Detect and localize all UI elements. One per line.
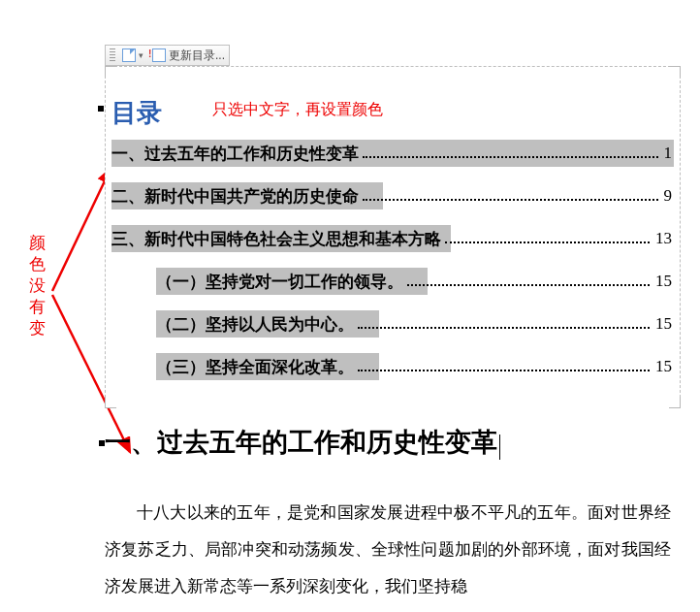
toc-entry-page: 15 <box>653 314 674 334</box>
document-heading-block: 一、过去五年的工作和历史性变革 <box>105 425 681 460</box>
toc-entry-page: 13 <box>653 229 674 248</box>
document-body-paragraph[interactable]: 十八大以来的五年，是党和国家发展进程中极不平凡的五年。面对世界经济复苏乏力、局部… <box>105 495 671 605</box>
toc-entry-page: 15 <box>653 357 674 376</box>
toc-options-icon[interactable] <box>122 48 136 62</box>
toc-entry[interactable]: （三）坚持全面深化改革。 15 <box>111 347 674 386</box>
toc-leader <box>358 327 650 329</box>
annotation-left: 颜色没有变 <box>27 233 47 339</box>
toc-entry-page: 15 <box>653 272 674 291</box>
toc-entry-page: 1 <box>662 144 675 163</box>
toc-entry[interactable]: 二、新时代中国共产党的历史使命 9 <box>111 177 674 215</box>
update-toc-icon[interactable] <box>152 48 166 62</box>
toolbar-grip[interactable] <box>110 48 115 62</box>
toc-entry-text: 一、过去五年的工作和历史性变革 <box>111 143 359 165</box>
toc-entry-page: 9 <box>662 186 675 206</box>
frame-corner <box>105 66 116 78</box>
toc-entry[interactable]: （二）坚持以人民为中心。 15 <box>111 305 674 343</box>
svg-line-0 <box>52 169 111 291</box>
toc-entry[interactable]: 一、过去五年的工作和历史性变革 1 <box>111 134 674 173</box>
document-heading[interactable]: 一、过去五年的工作和历史性变革 <box>105 428 497 457</box>
table-of-contents: 目录 只选中文字，再设置颜色 一、过去五年的工作和历史性变革 1 二、新时代中国… <box>106 67 680 405</box>
toc-options-dropdown-icon[interactable]: ▾ <box>139 50 143 60</box>
toc-entry-text: 三、新时代中国特色社会主义思想和基本方略 <box>111 228 441 250</box>
frame-corner <box>669 397 681 408</box>
update-toc-label[interactable]: 更新目录... <box>169 48 225 64</box>
annotation-left-text: 颜色没有变 <box>29 234 46 338</box>
toc-entry-text: （三）坚持全面深化改革。 <box>156 356 354 378</box>
text-caret <box>499 435 500 460</box>
toc-leader <box>363 199 658 201</box>
frame-corner <box>105 397 116 408</box>
annotation-hint: 只选中文字，再设置颜色 <box>212 100 383 120</box>
toc-leader <box>363 156 658 158</box>
frame-corner <box>669 66 681 78</box>
paragraph-marker <box>99 440 105 446</box>
toc-title: 目录 <box>111 96 674 130</box>
toc-leader <box>358 370 650 371</box>
paragraph-marker <box>98 106 104 112</box>
toc-entry[interactable]: 三、新时代中国特色社会主义思想和基本方略 13 <box>111 219 674 258</box>
toc-frame: 目录 只选中文字，再设置颜色 一、过去五年的工作和历史性变革 1 二、新时代中国… <box>105 66 681 407</box>
toc-leader <box>445 242 650 243</box>
toc-entry-text: （二）坚持以人民为中心。 <box>156 313 354 336</box>
toc-toolbar[interactable]: ▾ 更新目录... <box>105 45 230 66</box>
toc-entry-text: （一）坚持党对一切工作的领导。 <box>156 271 403 293</box>
toc-entry[interactable]: （一）坚持党对一切工作的领导。 15 <box>111 262 674 301</box>
toc-leader <box>407 284 650 286</box>
toc-entry-text: 二、新时代中国共产党的历史使命 <box>111 185 359 208</box>
